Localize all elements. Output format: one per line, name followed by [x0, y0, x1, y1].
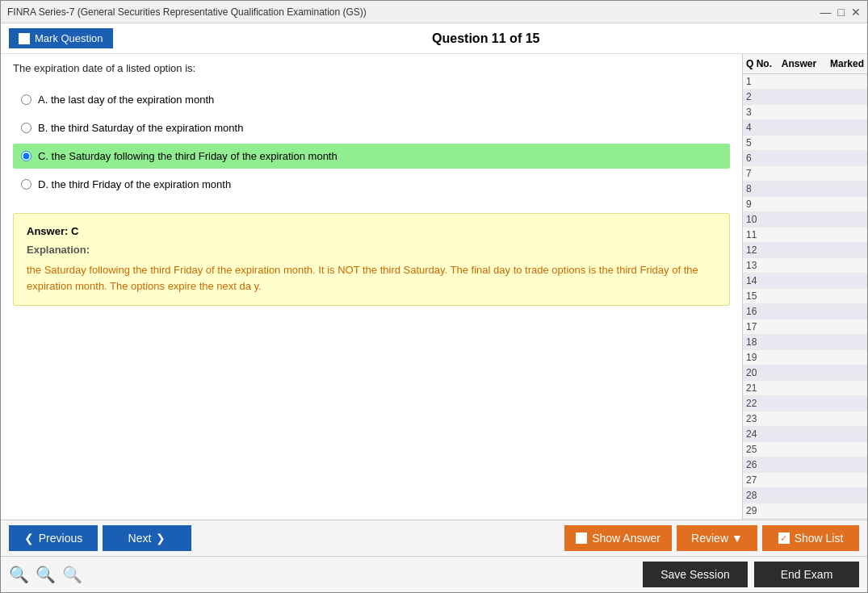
question-list: 1 2 3 4 5 6 7 8 9 10 11 12 13 14 15 16 1…: [743, 74, 867, 520]
col-qno-header: Q No.: [746, 58, 774, 69]
list-item[interactable]: 15: [743, 289, 867, 304]
option-a-label: A. the last day of the expiration month: [38, 94, 214, 106]
chevron-left-icon: ❮: [24, 532, 34, 545]
end-exam-button[interactable]: End Exam: [754, 562, 859, 587]
list-item[interactable]: 28: [743, 488, 867, 503]
list-item[interactable]: 29: [743, 503, 867, 519]
app-window: FINRA Series-7 (General Securities Repre…: [0, 0, 868, 593]
review-button[interactable]: Review ▼: [677, 525, 757, 551]
list-item[interactable]: 6: [743, 151, 867, 166]
list-item[interactable]: 26: [743, 457, 867, 473]
question-title: Question 11 of 15: [113, 31, 859, 46]
zoom-controls: 🔍 🔍 🔍: [9, 565, 636, 584]
radio-d[interactable]: [21, 179, 31, 190]
question-text: The expiration date of a listed option i…: [13, 62, 730, 74]
list-item[interactable]: 5: [743, 136, 867, 151]
mark-question-icon: [19, 33, 30, 44]
show-answer-button[interactable]: Show Answer: [564, 525, 672, 551]
list-item[interactable]: 19: [743, 350, 867, 365]
save-session-button[interactable]: Save Session: [643, 562, 748, 587]
option-b[interactable]: B. the third Saturday of the expiration …: [13, 115, 730, 140]
radio-c[interactable]: [21, 151, 31, 161]
mark-question-button[interactable]: Mark Question: [9, 28, 113, 48]
right-panel: Q No. Answer Marked 1 2 3 4 5 6 7 8 9 10…: [742, 54, 867, 520]
list-item[interactable]: 2: [743, 90, 867, 105]
mark-question-label: Mark Question: [35, 32, 103, 44]
show-list-button[interactable]: ✓ Show List: [762, 525, 859, 551]
main-content: The expiration date of a listed option i…: [1, 54, 867, 520]
header-section: Mark Question Question 11 of 15: [1, 23, 867, 54]
list-item[interactable]: 14: [743, 274, 867, 289]
list-item[interactable]: 10: [743, 212, 867, 228]
next-button[interactable]: Next ❯: [103, 525, 191, 551]
review-label: Review: [691, 532, 728, 545]
explanation-label: Explanation:: [27, 244, 716, 256]
list-item[interactable]: 23: [743, 411, 867, 427]
list-item[interactable]: 4: [743, 120, 867, 136]
option-d[interactable]: D. the third Friday of the expiration mo…: [13, 172, 730, 197]
window-title: FINRA Series-7 (General Securities Repre…: [7, 6, 367, 18]
list-item[interactable]: 9: [743, 197, 867, 212]
option-b-label: B. the third Saturday of the expiration …: [38, 122, 243, 134]
radio-a[interactable]: [21, 94, 31, 105]
answer-box: Answer: C Explanation: the Saturday foll…: [13, 213, 730, 306]
explanation-text: the Saturday following the third Friday …: [27, 262, 716, 294]
zoom-reset-icon[interactable]: 🔍: [36, 565, 56, 584]
show-list-check-icon: ✓: [778, 532, 790, 544]
list-item[interactable]: 8: [743, 182, 867, 197]
list-item[interactable]: 1: [743, 74, 867, 90]
bottom-bar: ❮ Previous Next ❯ Show Answer Review ▼ ✓…: [1, 520, 867, 556]
second-bottom-bar: 🔍 🔍 🔍 Save Session End Exam: [1, 556, 867, 592]
review-arrow-icon: ▼: [732, 532, 743, 545]
col-answer-header: Answer: [774, 58, 824, 69]
list-item[interactable]: 17: [743, 319, 867, 335]
list-item[interactable]: 21: [743, 381, 867, 396]
next-label: Next: [128, 532, 152, 545]
option-d-label: D. the third Friday of the expiration mo…: [38, 178, 231, 190]
list-item[interactable]: 16: [743, 304, 867, 319]
previous-button[interactable]: ❮ Previous: [9, 525, 98, 551]
list-item[interactable]: 25: [743, 442, 867, 457]
list-item[interactable]: 22: [743, 396, 867, 411]
list-item[interactable]: 3: [743, 105, 867, 120]
show-list-label: Show List: [795, 532, 844, 545]
left-panel: The expiration date of a listed option i…: [1, 54, 742, 520]
save-session-label: Save Session: [660, 568, 730, 581]
col-marked-header: Marked: [824, 58, 864, 69]
chevron-right-icon: ❯: [156, 532, 166, 545]
minimize-icon[interactable]: —: [820, 6, 832, 19]
end-exam-label: End Exam: [781, 568, 833, 581]
window-controls: — □ ✕: [820, 6, 861, 19]
previous-label: Previous: [39, 532, 82, 545]
list-item[interactable]: 18: [743, 335, 867, 350]
list-item[interactable]: 12: [743, 243, 867, 258]
close-icon[interactable]: ✕: [851, 6, 861, 19]
zoom-out-icon[interactable]: 🔍: [62, 565, 82, 584]
show-answer-label: Show Answer: [592, 532, 660, 545]
list-item[interactable]: 11: [743, 228, 867, 243]
list-item[interactable]: 13: [743, 258, 867, 274]
option-c[interactable]: C. the Saturday following the third Frid…: [13, 144, 730, 169]
answer-label: Answer: C: [27, 225, 716, 237]
maximize-icon[interactable]: □: [838, 6, 845, 19]
title-bar: FINRA Series-7 (General Securities Repre…: [1, 1, 867, 23]
show-answer-icon: [576, 532, 587, 544]
list-item[interactable]: 27: [743, 473, 867, 488]
option-c-label: C. the Saturday following the third Frid…: [38, 150, 338, 162]
option-a[interactable]: A. the last day of the expiration month: [13, 87, 730, 112]
list-item[interactable]: 24: [743, 427, 867, 442]
list-item[interactable]: 20: [743, 365, 867, 381]
zoom-in-icon[interactable]: 🔍: [9, 565, 29, 584]
right-panel-header: Q No. Answer Marked: [743, 54, 867, 74]
list-item[interactable]: 7: [743, 166, 867, 182]
radio-b[interactable]: [21, 123, 31, 133]
